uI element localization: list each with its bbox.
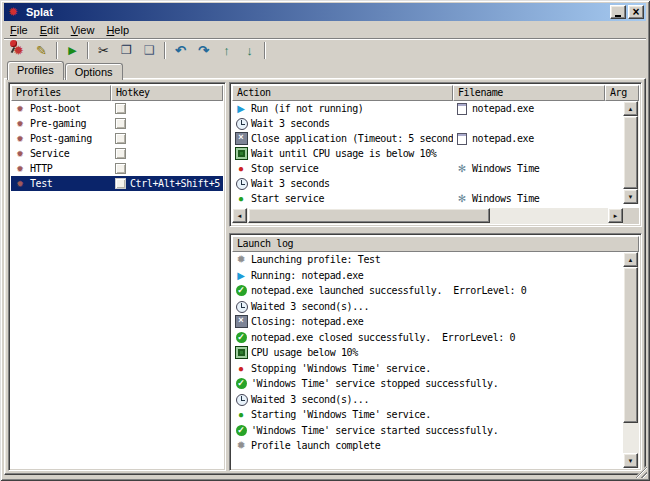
success-icon: [234, 377, 248, 390]
menu-view[interactable]: View: [65, 23, 101, 37]
scroll-down-button[interactable]: [623, 453, 638, 468]
launch-profile-button[interactable]: [61, 40, 84, 61]
log-text: notepad.exe closed successfully. ErrorLe…: [251, 332, 515, 343]
tab-options[interactable]: Options: [65, 63, 123, 80]
wait-icon: [234, 300, 248, 313]
tabstrip: Profiles Options: [7, 61, 124, 80]
log-entry[interactable]: notepad.exe closed successfully. ErrorLe…: [232, 330, 623, 346]
scroll-up-button[interactable]: [623, 101, 638, 116]
hotkey-icon: [113, 147, 127, 160]
action-label: Wait 3 seconds: [251, 118, 330, 129]
log-entry[interactable]: notepad.exe launched successfully. Error…: [232, 283, 623, 299]
profile-row-pre-gaming[interactable]: Pre-gaming: [11, 116, 223, 131]
toolbar: [4, 38, 646, 61]
log-entry[interactable]: Waited 3 second(s)...: [232, 299, 623, 315]
cpu-icon: [234, 346, 248, 359]
edit-profile-button[interactable]: [30, 40, 53, 61]
profile-name: Post-gaming: [30, 133, 92, 144]
scroll-up-button[interactable]: [623, 252, 638, 267]
file-icon: [455, 102, 469, 115]
action-label: Close application (Timeout: 5 seconds): [251, 133, 453, 144]
cut-button[interactable]: [92, 40, 115, 61]
action-row[interactable]: Wait 3 seconds: [232, 176, 623, 191]
profile-icon: [13, 162, 27, 175]
copy-icon: [118, 42, 136, 58]
paste-button[interactable]: [138, 40, 161, 61]
service-icon: [455, 192, 469, 204]
column-header-filename[interactable]: Filename: [453, 85, 605, 101]
column-header-profiles[interactable]: Profiles: [11, 85, 111, 101]
scroll-thumb[interactable]: [623, 267, 638, 423]
log-text: Profile launch complete: [251, 440, 380, 451]
undo-button[interactable]: [169, 40, 192, 61]
log-vscrollbar[interactable]: [623, 252, 639, 468]
minimize-button[interactable]: [610, 5, 626, 19]
redo-button[interactable]: [192, 40, 215, 61]
log-entry[interactable]: Starting 'Windows Time' service.: [232, 407, 623, 423]
scroll-left-button[interactable]: [232, 208, 247, 223]
window-title: Splat: [26, 6, 608, 18]
actions-hscrollbar[interactable]: [232, 208, 623, 224]
tab-profiles[interactable]: Profiles: [7, 61, 64, 80]
app-icon[interactable]: [6, 6, 20, 19]
scroll-thumb[interactable]: [623, 116, 638, 189]
launch-log: Launch log Launching profile: Test Runni…: [229, 233, 642, 471]
log-entry[interactable]: Stopping 'Windows Time' service.: [232, 361, 623, 377]
wait-icon: [234, 117, 248, 130]
close-icon: [629, 6, 643, 19]
log-entry[interactable]: Profile launch complete: [232, 438, 623, 454]
profile-name: Post-boot: [30, 103, 81, 114]
profile-row-http[interactable]: HTTP: [11, 161, 223, 176]
log-text: Waited 3 second(s)...: [251, 394, 369, 405]
profile-row-test[interactable]: Test Ctrl+Alt+Shift+5: [11, 176, 223, 191]
log-entry[interactable]: 'Windows Time' service stopped successfu…: [232, 376, 623, 392]
pin-icon: [272, 42, 290, 58]
move-up-button[interactable]: [215, 40, 238, 61]
action-row[interactable]: Run (if not running) notepad.exe: [232, 101, 623, 116]
log-entry[interactable]: 'Windows Time' service started successfu…: [232, 423, 623, 439]
copy-button[interactable]: [115, 40, 138, 61]
log-text: 'Windows Time' service started successfu…: [251, 425, 498, 436]
column-header-hotkey[interactable]: Hotkey: [111, 85, 223, 101]
titlebar[interactable]: Splat: [4, 3, 646, 21]
action-row[interactable]: Stop service Windows Time: [232, 161, 623, 176]
paste-icon: [141, 42, 159, 58]
file-icon: [455, 132, 469, 145]
action-row[interactable]: Close application (Timeout: 5 seconds) n…: [232, 131, 623, 146]
wait-icon: [234, 393, 248, 406]
success-icon: [234, 331, 248, 344]
log-entry[interactable]: CPU usage below 10%: [232, 345, 623, 361]
column-header-action[interactable]: Action: [232, 85, 453, 101]
action-row[interactable]: Wait 3 seconds: [232, 116, 623, 131]
menu-file[interactable]: File: [4, 23, 34, 37]
always-on-top-button[interactable]: [269, 40, 292, 61]
profile-name: Service: [30, 148, 69, 159]
menu-edit[interactable]: Edit: [34, 23, 65, 37]
scroll-thumb[interactable]: [248, 208, 490, 223]
scroll-down-button[interactable]: [623, 189, 638, 204]
hotkey-icon: [113, 132, 127, 145]
actions-vscrollbar[interactable]: [623, 101, 639, 204]
profile-icon: [13, 117, 27, 130]
profile-row-post-boot[interactable]: Post-boot: [11, 101, 223, 116]
log-entry[interactable]: Launching profile: Test: [232, 252, 623, 268]
action-row[interactable]: Start service Windows Time: [232, 191, 623, 204]
log-text: Starting 'Windows Time' service.: [251, 409, 431, 420]
hotkey-icon: [113, 177, 127, 190]
scroll-right-button[interactable]: [608, 208, 623, 223]
profile-name: Pre-gaming: [30, 118, 86, 129]
move-down-button[interactable]: [238, 40, 261, 61]
profile-row-service[interactable]: Service: [11, 146, 223, 161]
action-label: Wait 3 seconds: [251, 178, 330, 189]
hotkey-icon: [113, 117, 127, 130]
menu-help[interactable]: Help: [100, 23, 135, 37]
cpu-icon: [234, 147, 248, 160]
profile-row-post-gaming[interactable]: Post-gaming: [11, 131, 223, 146]
column-header-arguments[interactable]: Arg: [605, 85, 639, 101]
log-entry[interactable]: Closing: notepad.exe: [232, 314, 623, 330]
close-button[interactable]: [628, 5, 644, 19]
log-entry[interactable]: Running: notepad.exe: [232, 268, 623, 284]
action-row[interactable]: Wait until CPU usage is below 10%: [232, 146, 623, 161]
log-text: notepad.exe launched successfully. Error…: [251, 285, 526, 296]
log-entry[interactable]: Waited 3 second(s)...: [232, 392, 623, 408]
